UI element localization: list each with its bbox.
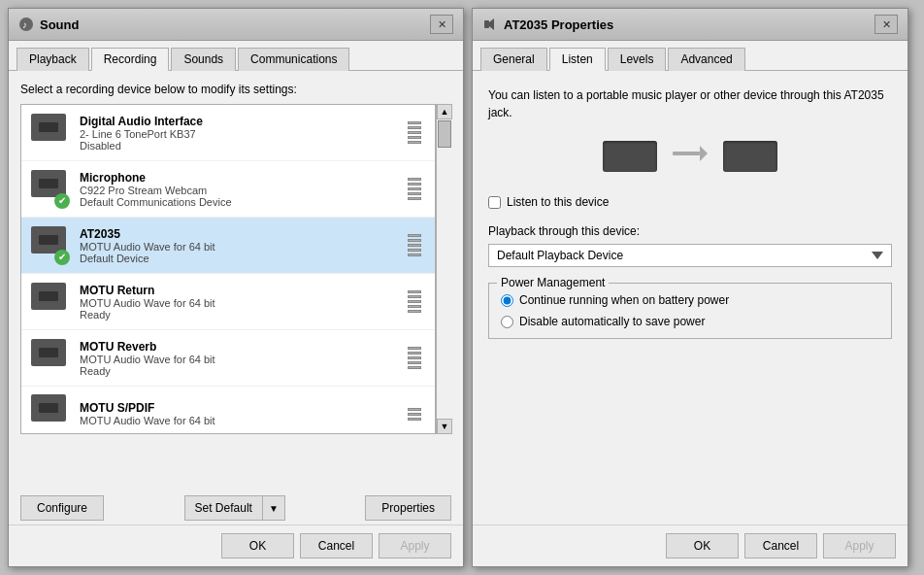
signal-bar — [408, 121, 421, 124]
listen-description: You can listen to a portable music playe… — [488, 86, 892, 121]
device-item-motu-return[interactable]: MOTU Return MOTU Audio Wave for 64 bit R… — [21, 274, 435, 330]
device-status-5: Ready — [80, 365, 398, 377]
properties-button[interactable]: Properties — [365, 495, 451, 521]
sound-cancel-button[interactable]: Cancel — [300, 533, 373, 558]
signal-bar — [408, 300, 421, 303]
svg-marker-15 — [489, 18, 494, 30]
device-sub-4: MOTU Audio Wave for 64 bit — [80, 297, 398, 309]
device-info-3: AT2035 MOTU Audio Wave for 64 bit Defaul… — [80, 227, 398, 264]
signal-bar — [408, 183, 421, 186]
tab-advanced[interactable]: Advanced — [668, 48, 744, 71]
device-icon-1 — [31, 114, 66, 141]
scroll-thumb[interactable] — [438, 120, 451, 148]
set-default-group: Set Default ▼ — [184, 495, 285, 521]
device-status-3: Default Device — [80, 253, 398, 264]
device-diagram — [488, 141, 892, 172]
signal-bars-3 — [408, 234, 421, 256]
sound-title-bar: ♪ Sound ✕ — [9, 9, 463, 41]
props-apply-button[interactable]: Apply — [823, 533, 896, 558]
device-item-digital-audio[interactable]: Digital Audio Interface 2- Line 6 TonePo… — [21, 105, 435, 161]
device-item-at2035[interactable]: ✔ AT2035 MOTU Audio Wave for 64 bit Defa… — [21, 218, 435, 274]
device-status-1: Disabled — [80, 140, 398, 152]
signal-bar — [408, 126, 421, 129]
svg-rect-5 — [39, 179, 58, 188]
radio-continue-battery[interactable] — [501, 294, 513, 307]
device-name-2: Microphone — [80, 171, 398, 185]
signal-bar — [408, 136, 421, 139]
sound-content: Select a recording device below to modif… — [9, 71, 463, 488]
props-close-button[interactable]: ✕ — [874, 15, 898, 34]
props-tab-bar: General Listen Levels Advanced — [473, 41, 908, 71]
device-icon-wrap-3: ✔ — [31, 226, 70, 265]
tab-recording[interactable]: Recording — [91, 48, 170, 71]
tab-general[interactable]: General — [480, 48, 547, 71]
device-sub-1: 2- Line 6 TonePort KB37 — [80, 128, 398, 140]
signal-bar — [408, 192, 421, 195]
sound-icon: ♪ — [18, 17, 34, 32]
device-name-5: MOTU Reverb — [80, 340, 398, 354]
listen-to-device-checkbox[interactable] — [488, 196, 501, 209]
scrollbar-vertical[interactable]: ▲ ▼ — [436, 104, 451, 434]
device-item-motu-spdif[interactable]: MOTU S/PDIF MOTU Audio Wave for 64 bit — [21, 387, 435, 434]
source-device-icon — [603, 141, 657, 172]
signal-bars-6 — [408, 408, 421, 421]
sound-close-button[interactable]: ✕ — [430, 15, 453, 34]
signal-bar — [408, 361, 421, 364]
sound-tab-bar: Playback Recording Sounds Communications — [9, 41, 463, 71]
props-title-bar: AT2035 Properties ✕ — [473, 9, 908, 41]
tab-communications[interactable]: Communications — [238, 48, 349, 71]
section-label: Select a recording device below to modif… — [20, 83, 451, 96]
device-icon-wrap-5 — [31, 339, 70, 378]
scroll-down-button[interactable]: ▼ — [437, 419, 452, 434]
svg-rect-9 — [39, 291, 58, 301]
playback-device-dropdown[interactable]: Default Playback Device — [488, 244, 892, 267]
device-sub-6: MOTU Audio Wave for 64 bit — [80, 415, 398, 426]
device-list[interactable]: Digital Audio Interface 2- Line 6 TonePo… — [20, 104, 436, 434]
arrow-icon — [673, 142, 708, 171]
configure-button[interactable]: Configure — [20, 495, 104, 521]
radio-row-continue: Continue running when on battery power — [501, 293, 879, 307]
svg-rect-7 — [39, 235, 58, 245]
signal-bar — [408, 352, 421, 355]
power-management-group: Power Management Continue running when o… — [488, 283, 892, 339]
props-ok-button[interactable]: OK — [666, 533, 739, 558]
signal-bar — [408, 310, 421, 313]
svg-rect-14 — [484, 20, 489, 28]
device-info-4: MOTU Return MOTU Audio Wave for 64 bit R… — [80, 284, 398, 321]
device-item-motu-reverb[interactable]: MOTU Reverb MOTU Audio Wave for 64 bit R… — [21, 330, 435, 387]
props-cancel-button[interactable]: Cancel — [744, 533, 817, 558]
svg-rect-13 — [39, 403, 58, 413]
signal-bar — [408, 305, 421, 308]
tab-sounds[interactable]: Sounds — [171, 48, 236, 71]
tab-listen[interactable]: Listen — [549, 48, 606, 71]
device-item-microphone[interactable]: ✔ Microphone C922 Pro Stream Webcam Defa… — [21, 161, 435, 218]
tab-levels[interactable]: Levels — [608, 48, 667, 71]
device-info-6: MOTU S/PDIF MOTU Audio Wave for 64 bit — [80, 401, 398, 426]
listen-checkbox-row: Listen to this device — [488, 195, 892, 209]
radio-continue-label[interactable]: Continue running when on battery power — [519, 293, 729, 307]
device-info-5: MOTU Reverb MOTU Audio Wave for 64 bit R… — [80, 340, 398, 377]
scroll-up-button[interactable]: ▲ — [437, 104, 452, 119]
signal-bar — [408, 290, 421, 293]
mic-badge: ✔ — [54, 193, 70, 209]
sound-apply-button[interactable]: Apply — [379, 533, 451, 558]
sound-ok-button[interactable]: OK — [221, 533, 294, 558]
radio-disable-auto[interactable] — [501, 316, 513, 328]
device-sub-2: C922 Pro Stream Webcam — [80, 185, 398, 196]
set-default-dropdown-arrow[interactable]: ▼ — [263, 495, 285, 521]
device-list-container: Digital Audio Interface 2- Line 6 TonePo… — [20, 104, 451, 434]
signal-bar — [408, 254, 421, 256]
sound-bottom-buttons: OK Cancel Apply — [9, 524, 463, 566]
svg-rect-16 — [673, 152, 700, 155]
device-sub-5: MOTU Audio Wave for 64 bit — [80, 354, 398, 365]
listen-to-device-label[interactable]: Listen to this device — [507, 195, 609, 209]
radio-disable-label[interactable]: Disable automatically to save power — [519, 315, 705, 328]
signal-bars-2 — [408, 178, 421, 200]
device-sub-3: MOTU Audio Wave for 64 bit — [80, 241, 398, 253]
device-icon-6 — [31, 394, 66, 422]
device-info-2: Microphone C922 Pro Stream Webcam Defaul… — [80, 171, 398, 208]
set-default-button[interactable]: Set Default — [184, 495, 263, 521]
tab-playback[interactable]: Playback — [16, 48, 89, 71]
signal-bar — [408, 366, 421, 369]
props-window-title: AT2035 Properties — [504, 17, 613, 32]
